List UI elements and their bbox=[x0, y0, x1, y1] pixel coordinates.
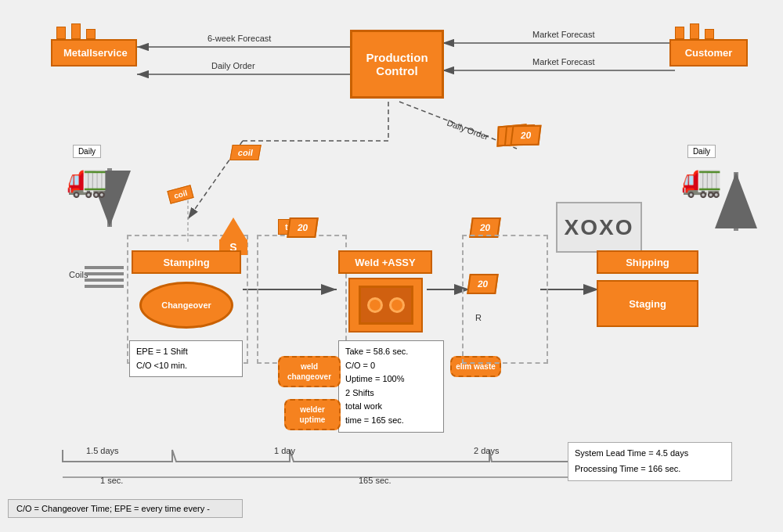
kaizen-uptime-label: welder uptime bbox=[290, 404, 335, 425]
legend-box: C/O = Changeover Time; EPE = every time … bbox=[8, 499, 243, 518]
kaizen-weld-co-label: weld changeover bbox=[283, 361, 335, 382]
metallservice-factory: Metallservice bbox=[51, 23, 137, 66]
shipping-push-area bbox=[462, 235, 548, 364]
kaizen-welder-uptime: welder uptime bbox=[284, 399, 341, 430]
timeline-2days: 2 days bbox=[474, 446, 499, 455]
daily-label-left: Daily bbox=[73, 145, 101, 158]
svg-text:Market Forecast: Market Forecast bbox=[532, 57, 594, 66]
timeline-1-5days: 1.5 days bbox=[86, 446, 119, 455]
xoxo-label: XOXO bbox=[565, 215, 634, 240]
push-triangle-stamping: S bbox=[219, 217, 247, 255]
production-control-box: Production Control bbox=[350, 30, 444, 99]
weld-push-area bbox=[257, 235, 347, 364]
system-lead-time: System Lead Time = 4.5 days bbox=[575, 446, 725, 462]
batch-20-before-weld: 20 bbox=[287, 217, 319, 238]
system-info-box: System Lead Time = 4.5 days Processing T… bbox=[568, 442, 732, 481]
shipping-process: Shipping bbox=[597, 250, 698, 274]
daily-label-right: Daily bbox=[687, 145, 716, 158]
weld-total-time: time = 165 sec. bbox=[345, 414, 437, 428]
weld-assy-process: Weld +ASSY bbox=[338, 250, 432, 274]
stamping-label: Stamping bbox=[163, 257, 209, 268]
production-control-label: Production Control bbox=[366, 51, 428, 77]
machine-circle-left bbox=[367, 297, 383, 313]
svg-text:Daily Order: Daily Order bbox=[446, 118, 490, 142]
truck-right-area: Daily 🚛 bbox=[681, 145, 722, 199]
svg-text:Daily Order: Daily Order bbox=[211, 61, 255, 70]
customer-factory: Customer bbox=[669, 23, 748, 66]
stamping-co: C/O <10 min. bbox=[136, 359, 236, 373]
weld-total-work: total work bbox=[345, 400, 437, 414]
weld-assy-label: Weld +ASSY bbox=[355, 257, 415, 268]
coil-label-top: coil bbox=[229, 145, 261, 160]
weld-machine-icon bbox=[348, 278, 423, 332]
kaizen-weld-changeover: weld changeover bbox=[278, 356, 341, 387]
timeline-1sec: 1 sec. bbox=[100, 476, 123, 485]
weld-data: Take = 58.6 sec. C/O = 0 Uptime = 100% 2… bbox=[338, 340, 444, 433]
metallservice-label: Metallservice bbox=[51, 39, 137, 66]
stamping-epe: EPE = 1 Shift bbox=[136, 345, 236, 359]
legend-text: C/O = Changeover Time; EPE = every time … bbox=[16, 504, 210, 513]
timeline-165sec: 165 sec. bbox=[359, 476, 392, 485]
weld-co: C/O = 0 bbox=[345, 359, 437, 373]
truck-left-area: Daily 🚛 bbox=[67, 145, 107, 199]
shipping-label: Shipping bbox=[626, 257, 669, 268]
xoxo-box: XOXO bbox=[556, 202, 642, 253]
svg-line-14 bbox=[399, 102, 470, 129]
ship-batch-3: 20 bbox=[510, 125, 542, 146]
truck-right-icon: 🚛 bbox=[681, 160, 722, 199]
staging-box: Staging bbox=[597, 280, 698, 327]
stamping-data: EPE = 1 Shift C/O <10 min. bbox=[129, 340, 243, 377]
customer-label: Customer bbox=[669, 39, 748, 66]
processing-time: Processing Time = 166 sec. bbox=[575, 462, 725, 477]
value-stream-map: Market Forecast Market Forecast 6-week F… bbox=[0, 0, 783, 532]
coil-label-left: coil bbox=[167, 185, 194, 204]
changeover-burst: Changeover bbox=[139, 282, 233, 329]
changeover-label: Changeover bbox=[161, 300, 211, 310]
staging-label: Staging bbox=[629, 298, 666, 310]
truck-left-icon: 🚛 bbox=[67, 160, 107, 199]
weld-uptime: Uptime = 100% bbox=[345, 372, 437, 386]
coil-stack bbox=[85, 266, 124, 291]
weld-take: Take = 58.6 sec. bbox=[345, 345, 437, 359]
machine-circle-right bbox=[389, 297, 405, 313]
weld-shifts: 2 Shifts bbox=[345, 386, 437, 401]
stamping-process: Stamping bbox=[132, 250, 241, 274]
timeline-1day: 1 day bbox=[274, 446, 295, 455]
svg-text:6-week Forecast: 6-week Forecast bbox=[207, 34, 271, 43]
svg-text:Market Forecast: Market Forecast bbox=[532, 30, 594, 39]
machine-inner bbox=[359, 286, 413, 325]
